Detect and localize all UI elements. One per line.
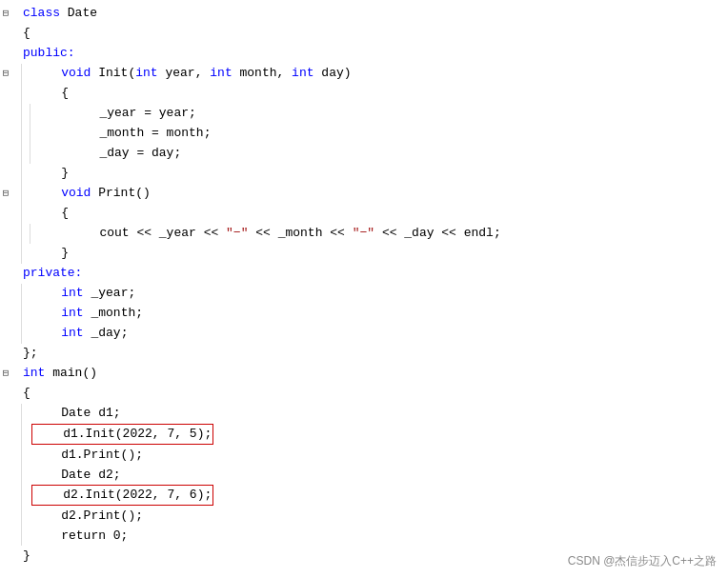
token: }	[31, 166, 69, 180]
code-line-26: d2.Print();	[0, 506, 728, 526]
token: int	[61, 306, 83, 320]
code-text: return 0;	[30, 527, 728, 546]
code-text: void Print()	[30, 184, 728, 203]
code-text: d2.Init(2022, 7, 6);	[30, 485, 728, 506]
indent-guide	[21, 445, 30, 465]
token: _day = day;	[40, 146, 181, 160]
token: int	[61, 326, 83, 340]
token: return 0;	[31, 528, 128, 543]
token: _year = year;	[40, 106, 196, 120]
code-text: public:	[21, 44, 728, 63]
code-line-2: {	[0, 24, 728, 44]
token: d2.Init(2022, 7, 6);	[33, 488, 212, 502]
fold-col: ⊟	[0, 186, 21, 202]
code-text: _day = day;	[38, 144, 728, 163]
code-line-16: int _month;	[0, 304, 728, 324]
token: "−"	[226, 226, 248, 240]
token: int	[61, 286, 83, 300]
token: {	[23, 386, 30, 400]
code-line-23: d1.Print();	[0, 445, 728, 465]
code-line-13: }	[0, 244, 728, 264]
code-text: class Date	[21, 4, 728, 23]
code-line-9: }	[0, 164, 728, 184]
token: {	[31, 86, 69, 100]
code-line-5: {	[0, 84, 728, 104]
indent-guide	[21, 204, 30, 224]
code-text: _year = year;	[38, 104, 728, 123]
token: };	[23, 346, 38, 360]
code-text: int _day;	[30, 324, 728, 343]
token: _month;	[84, 306, 143, 320]
code-text: {	[21, 24, 728, 43]
code-text: }	[30, 244, 728, 263]
indent-guide	[21, 424, 30, 445]
code-line-15: int _year;	[0, 284, 728, 304]
code-text: int main()	[21, 364, 728, 383]
token: int	[23, 366, 52, 380]
code-line-18: };	[0, 344, 728, 364]
fold-button[interactable]: ⊟	[0, 66, 11, 82]
code-container: ⊟class Date{public:⊟ void Init(int year,…	[0, 0, 728, 578]
indent-guide	[21, 526, 30, 546]
code-line-20: {	[0, 384, 728, 404]
indent-guide	[30, 124, 38, 144]
token: << _day << endl;	[374, 226, 501, 240]
token: d1.Init(2022, 7, 5);	[33, 427, 212, 441]
token	[31, 286, 61, 300]
token: month,	[240, 66, 293, 80]
code-text: d1.Print();	[30, 446, 728, 465]
code-line-25: d2.Init(2022, 7, 6);	[0, 485, 728, 506]
indent-guide	[21, 324, 30, 344]
token: }	[31, 246, 69, 260]
highlight-box: d2.Init(2022, 7, 6);	[31, 485, 213, 506]
token: public:	[23, 46, 75, 60]
indent-guide	[30, 104, 38, 124]
indent-guide	[21, 404, 30, 424]
fold-col: ⊟	[0, 66, 21, 82]
code-line-1: ⊟class Date	[0, 4, 728, 24]
code-line-19: ⊟int main()	[0, 364, 728, 384]
indent-guide	[21, 124, 30, 144]
footer-label: CSDN @杰信步迈入C++之路	[568, 552, 717, 570]
token: year,	[165, 66, 210, 80]
code-line-27: return 0;	[0, 526, 728, 546]
code-text: Date d2;	[30, 466, 728, 485]
token: Init	[98, 66, 128, 80]
token: day)	[321, 66, 351, 80]
token: d2.Print();	[31, 508, 143, 523]
indent-guide	[30, 144, 38, 164]
token: "−"	[353, 226, 374, 240]
code-line-7: _month = month;	[0, 124, 728, 144]
code-line-3: public:	[0, 44, 728, 64]
token: cout << _year <<	[40, 226, 226, 240]
token: {	[23, 26, 30, 40]
token: int	[135, 66, 165, 80]
token: }	[23, 548, 30, 563]
code-line-14: private:	[0, 264, 728, 284]
code-text: };	[21, 344, 728, 363]
token: private:	[23, 266, 82, 280]
fold-col: ⊟	[0, 366, 21, 382]
fold-button[interactable]: ⊟	[0, 186, 11, 202]
code-text: private:	[21, 264, 728, 283]
indent-guide	[21, 284, 30, 304]
lines-container: ⊟class Date{public:⊟ void Init(int year,…	[0, 4, 728, 566]
code-text: d2.Print();	[30, 507, 728, 526]
fold-button[interactable]: ⊟	[0, 366, 11, 382]
code-line-6: _year = year;	[0, 104, 728, 124]
token: Date	[68, 6, 97, 20]
token: _month = month;	[40, 126, 211, 140]
indent-guide	[21, 244, 30, 264]
token: _year;	[84, 286, 136, 300]
indent-guide	[21, 144, 30, 164]
token: void	[31, 186, 98, 200]
code-text: _month = month;	[38, 124, 728, 143]
code-line-4: ⊟ void Init(int year, int month, int day…	[0, 64, 728, 84]
indent-guide	[21, 84, 30, 104]
fold-button[interactable]: ⊟	[0, 6, 11, 22]
token: class	[23, 6, 68, 20]
token	[31, 326, 61, 340]
token: d1.Print();	[31, 448, 143, 462]
code-text: }	[30, 164, 728, 183]
token: int	[292, 66, 321, 80]
